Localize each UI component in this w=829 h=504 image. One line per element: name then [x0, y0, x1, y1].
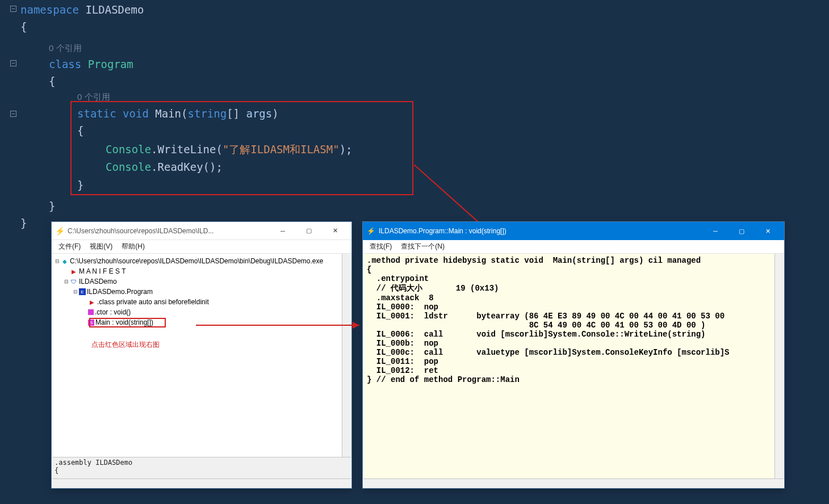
ildasm-window: ⚡ C:\Users\zhouh\source\repos\ILDASDemo\…	[51, 221, 352, 489]
code-line: }	[49, 200, 55, 212]
menubar: 查找(F) 查找下一个(N)	[363, 240, 784, 254]
fold-icon[interactable]	[10, 60, 16, 66]
code-line: Console.ReadKey();	[106, 161, 223, 173]
tree-ctor[interactable]: .ctor : void()	[54, 307, 349, 317]
menu-find[interactable]: 查找(F)	[365, 242, 396, 251]
maximize-button[interactable]: ▢	[728, 222, 755, 240]
minimize-button[interactable]: ─	[702, 222, 728, 240]
menu-findnext[interactable]: 查找下一个(N)	[396, 242, 449, 251]
window-title: ILDASDemo.Program::Main : void(string[])	[379, 227, 506, 235]
titlebar[interactable]: ⚡ C:\Users\zhouh\source\repos\ILDASDemo\…	[52, 222, 351, 240]
titlebar[interactable]: ⚡ ILDASDemo.Program::Main : void(string[…	[363, 222, 784, 240]
close-button[interactable]: ✕	[755, 222, 781, 240]
scrollbar-vertical[interactable]	[342, 254, 351, 457]
assembly-pane: .assembly ILDASDemo {	[52, 457, 351, 478]
highlight-box	[89, 318, 166, 327]
scrollbar-horizontal[interactable]	[52, 478, 351, 488]
svg-marker-3	[353, 322, 359, 329]
scrollbar-horizontal[interactable]	[363, 478, 784, 488]
app-icon: ⚡	[366, 226, 375, 236]
ilcode-window: ⚡ ILDASDemo.Program::Main : void(string[…	[362, 221, 785, 489]
app-icon: ⚡	[55, 226, 64, 236]
code-line: class Program	[49, 58, 133, 70]
code-line: {	[77, 124, 83, 137]
code-line: static void Main(string[] args)	[77, 107, 279, 120]
codelens[interactable]: 0 个引用	[49, 43, 82, 54]
fold-icon[interactable]	[10, 6, 16, 12]
window-title: C:\Users\zhouh\source\repos\ILDASDemo\IL…	[68, 227, 213, 235]
code-line: Console.WriteLine("了解ILDASM和ILASM");	[106, 142, 353, 157]
menu-help[interactable]: 帮助(H)	[117, 242, 149, 251]
code-line: {	[20, 20, 27, 33]
minimize-button[interactable]: ─	[270, 222, 296, 240]
code-line: }	[77, 179, 83, 191]
scrollbar-vertical[interactable]	[774, 254, 784, 478]
code-line: {	[49, 75, 55, 87]
tree-manifest[interactable]: ▶M A N I F E S T	[54, 266, 349, 276]
tree-namespace[interactable]: ⊟🛡ILDASDemo	[54, 276, 349, 287]
menubar: 文件(F) 视图(V) 帮助(H)	[52, 240, 351, 254]
code-line: namespace ILDASDemo	[20, 3, 144, 16]
tree[interactable]: ⊟◆C:\Users\zhouh\source\repos\ILDASDemo\…	[52, 254, 351, 456]
annotation-text: 点击红色区域出现右图	[91, 340, 160, 350]
menu-view[interactable]: 视图(V)	[85, 242, 117, 251]
tree-root[interactable]: ⊟◆C:\Users\zhouh\source\repos\ILDASDemo\…	[54, 256, 349, 266]
close-button[interactable]: ✕	[322, 222, 348, 240]
tree-classdecl[interactable]: ▶.class private auto ansi beforefieldini…	[54, 297, 349, 307]
tree-class[interactable]: ⊟EILDASDemo.Program	[54, 287, 349, 297]
maximize-button[interactable]: ▢	[296, 222, 322, 240]
code-editor: namespace ILDASDemo { 0 个引用 class Progra…	[0, 0, 829, 238]
menu-file[interactable]: 文件(F)	[54, 242, 85, 251]
code-line: }	[20, 217, 27, 229]
ilcode-body[interactable]: .method private hidebysig static void Ma…	[363, 254, 774, 478]
fold-icon[interactable]	[10, 111, 16, 117]
